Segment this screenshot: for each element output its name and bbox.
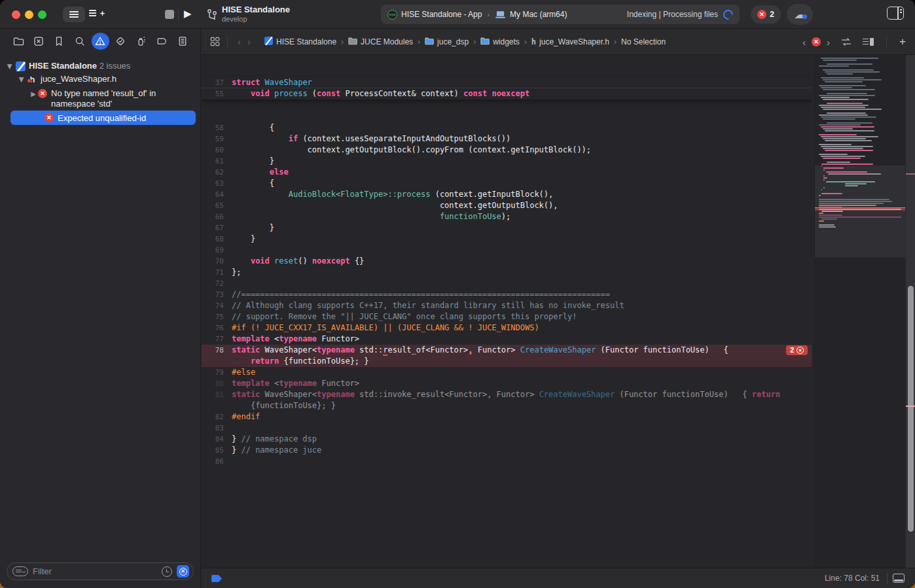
breadcrumb-item[interactable]: No Selection <box>621 37 666 46</box>
line-number[interactable]: 78 <box>202 345 224 356</box>
line-number[interactable]: 79 <box>202 367 224 378</box>
previous-issue-button[interactable]: ‹ <box>802 37 806 48</box>
code-line-85[interactable]: 85} // namespace juce <box>202 445 812 456</box>
add-editor-button[interactable]: + <box>899 35 906 48</box>
code-line-83[interactable]: 83 <box>202 423 812 434</box>
issue-indicator-icon[interactable]: ✕ <box>812 37 821 46</box>
line-number[interactable]: 82 <box>202 411 224 423</box>
toggle-inspector-button[interactable] <box>887 7 904 20</box>
back-button[interactable]: ‹ <box>234 36 244 47</box>
code-line-78[interactable]: 78static WaveShaper<typename std::result… <box>202 345 812 356</box>
line-number[interactable]: 64 <box>202 189 224 200</box>
toggle-navigator-button[interactable] <box>63 7 85 22</box>
breadcrumb-item[interactable]: HISE Standalone <box>264 37 336 47</box>
navigator-tab-issues[interactable] <box>92 33 109 50</box>
line-number[interactable]: 72 <box>202 278 224 289</box>
code-line-75[interactable]: 75// support. Remove the "|| JUCE_CLANG"… <box>202 311 812 322</box>
scrollbar-thumb[interactable] <box>908 286 914 532</box>
scheme-name[interactable]: HISE Standalone - App <box>401 10 482 19</box>
tree-row-issue-2-selected[interactable]: ✕ Expected unqualified-id <box>10 111 196 125</box>
code-line-71[interactable]: 71}; <box>202 267 812 278</box>
line-number[interactable]: 61 <box>202 156 224 167</box>
code-line-80[interactable]: 80template <typename Functor> <box>202 378 812 389</box>
code-line-72[interactable]: 72 <box>202 278 812 289</box>
code-line-37[interactable]: 37struct WaveShaper <box>202 77 812 88</box>
tree-row-issue-1[interactable]: ▶ ✕ No type named 'result_of' in namespa… <box>5 87 195 109</box>
code-line-86[interactable]: 86 <box>202 456 812 467</box>
line-number[interactable]: 62 <box>202 167 224 178</box>
code-line-58[interactable]: 58 { <box>202 122 812 133</box>
editor-mode-icon[interactable] <box>893 574 905 583</box>
code-line-60[interactable]: 60 context.getOutputBlock().copyFrom (co… <box>202 145 812 156</box>
navigator-tab-bookmarks[interactable] <box>50 33 68 50</box>
line-number[interactable]: 83 <box>202 423 224 434</box>
code-line-79[interactable]: 79#else <box>202 367 812 378</box>
disclosure-chevron-icon[interactable]: ▶ <box>3 62 16 71</box>
line-number[interactable]: 58 <box>202 122 224 133</box>
line-number[interactable]: 66 <box>202 211 224 222</box>
line-number[interactable]: 80 <box>202 378 224 389</box>
line-number[interactable]: 74 <box>202 300 224 311</box>
scheme-selector[interactable]: HISE HISE Standalone - App › My Mac (arm… <box>381 5 740 24</box>
line-number[interactable]: 86 <box>202 456 224 467</box>
forward-button[interactable]: › <box>244 36 254 47</box>
line-number[interactable]: 63 <box>202 178 224 189</box>
code-line-wrap[interactable]: return {functionToUse}; } <box>202 356 812 367</box>
destination-name[interactable]: My Mac (arm64) <box>510 10 567 19</box>
code-line-81[interactable]: 81static WaveShaper<typename std::invoke… <box>202 389 812 400</box>
close-window-button[interactable] <box>12 10 20 19</box>
code-line-74[interactable]: 74// Although clang supports C++17, thei… <box>202 300 812 311</box>
line-number[interactable]: 77 <box>202 334 224 345</box>
vertical-scrollbar[interactable] <box>906 55 915 588</box>
project-status[interactable]: HISE Standalone develop <box>207 5 290 26</box>
navigator-tab-reports[interactable] <box>173 33 191 50</box>
code-editor[interactable]: 37struct WaveShaper55 void process (cons… <box>202 55 812 568</box>
minimap[interactable] <box>814 55 905 568</box>
line-number[interactable]: 75 <box>202 311 224 322</box>
line-number[interactable]: 70 <box>202 256 224 267</box>
sticky-header-lines[interactable]: 37struct WaveShaper55 void process (cons… <box>202 77 812 100</box>
code-line-62[interactable]: 62 else <box>202 167 812 178</box>
navigator-tab-find[interactable] <box>71 33 88 50</box>
line-number[interactable]: 81 <box>202 389 224 400</box>
navigator-tab-tests[interactable] <box>112 33 130 50</box>
code-line-84[interactable]: 84} // namespace dsp <box>202 434 812 445</box>
inline-error-badge[interactable]: 2✕ <box>786 345 808 355</box>
breadcrumb-item[interactable]: JUCE Modules <box>348 37 413 47</box>
line-number[interactable]: 71 <box>202 267 224 278</box>
breadcrumb-item[interactable]: hjuce_WaveShaper.h <box>531 37 609 46</box>
code-line-67[interactable]: 67 } <box>202 222 812 233</box>
line-number[interactable]: 67 <box>202 222 224 233</box>
line-number[interactable]: 37 <box>202 77 224 88</box>
code-line-70[interactable]: 70 void reset() noexcept {} <box>202 256 812 267</box>
tree-row-file[interactable]: ▶ h juce_WaveShaper.h <box>5 73 195 86</box>
code-line-61[interactable]: 61 } <box>202 156 812 167</box>
code-review-icon[interactable] <box>840 37 853 47</box>
line-number[interactable]: 85 <box>202 445 224 456</box>
line-number[interactable]: 59 <box>202 133 224 145</box>
code-line-76[interactable]: 76#if (! JUCE_CXX17_IS_AVAILABLE) || (JU… <box>202 322 812 334</box>
navigator-tab-debug[interactable] <box>132 33 150 50</box>
xcode-cloud-button[interactable]: ☁ <box>787 4 813 25</box>
code-line-59[interactable]: 59 if (context.usesSeparateInputAndOutpu… <box>202 133 812 145</box>
editor-assistant-button[interactable] <box>89 8 106 21</box>
code-line-73[interactable]: 73//====================================… <box>202 289 812 300</box>
zoom-window-button[interactable] <box>38 10 46 19</box>
disclosure-chevron-icon[interactable]: ▶ <box>15 75 28 84</box>
line-number[interactable]: 55 <box>202 88 224 99</box>
recent-issues-icon[interactable] <box>162 566 172 577</box>
navigator-tab-breakpoints[interactable] <box>153 33 171 50</box>
code-line-55[interactable]: 55 void process (const ProcessContext& c… <box>202 88 812 99</box>
code-line-68[interactable]: 68 } <box>202 233 812 245</box>
show-errors-only-toggle[interactable]: ✕ <box>177 565 189 578</box>
editor-options-icon[interactable] <box>863 38 874 46</box>
line-number[interactable]: 68 <box>202 233 224 245</box>
line-number[interactable]: 60 <box>202 145 224 156</box>
navigator-tab-changes[interactable] <box>29 33 47 50</box>
filter-menu-icon[interactable] <box>12 566 28 576</box>
code-line-69[interactable]: 69 <box>202 245 812 256</box>
navigator-filter-field[interactable]: Filter ✕ <box>7 562 194 580</box>
navigator-tab-project[interactable] <box>9 33 27 50</box>
minimize-window-button[interactable] <box>25 10 33 19</box>
code-line-66[interactable]: 66 functionToUse); <box>202 211 812 222</box>
